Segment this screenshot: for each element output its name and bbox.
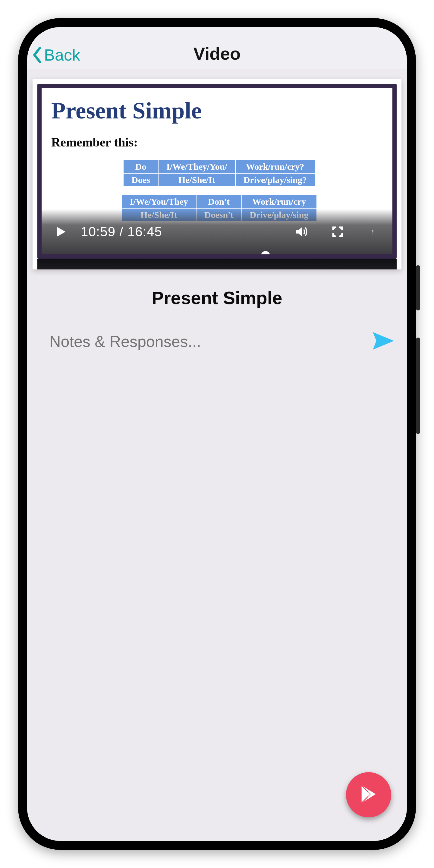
more-button[interactable] bbox=[365, 225, 382, 239]
back-button[interactable]: Back bbox=[31, 45, 80, 64]
fullscreen-button[interactable] bbox=[329, 226, 346, 238]
page-title: Video bbox=[193, 43, 241, 64]
app-screen: Back Video Present Simple Remember this:… bbox=[27, 27, 407, 841]
notes-input[interactable] bbox=[50, 333, 371, 350]
video-progress-done bbox=[55, 254, 266, 257]
notes-row bbox=[33, 330, 401, 353]
svg-point-2 bbox=[373, 233, 373, 234]
slide-heading: Present Simple bbox=[51, 97, 387, 124]
video-slide: Present Simple Remember this: Do I/We/Th… bbox=[41, 88, 393, 222]
video-player[interactable]: Present Simple Remember this: Do I/We/Th… bbox=[37, 84, 397, 258]
play-button[interactable] bbox=[52, 225, 69, 238]
video-progress-bar[interactable] bbox=[55, 254, 379, 257]
send-button[interactable] bbox=[371, 330, 396, 353]
video-scrubber[interactable] bbox=[261, 251, 270, 258]
svg-point-0 bbox=[373, 230, 373, 231]
play-store-fab[interactable] bbox=[346, 772, 391, 817]
table-row: Do I/We/They/You/ Work/run/cry? bbox=[123, 160, 315, 173]
back-label: Back bbox=[44, 45, 80, 64]
video-card: Present Simple Remember this: Do I/We/Th… bbox=[33, 79, 401, 270]
chevron-left-icon bbox=[31, 47, 42, 63]
svg-point-1 bbox=[373, 231, 373, 232]
volume-button[interactable] bbox=[293, 225, 310, 239]
slide-subheading: Remember this: bbox=[51, 135, 387, 150]
send-icon bbox=[373, 332, 394, 351]
table-row: Does He/She/It Drive/play/sing? bbox=[123, 173, 315, 187]
topbar: Back Video bbox=[27, 27, 407, 69]
slide-table-1: Do I/We/They/You/ Work/run/cry? Does He/… bbox=[123, 160, 315, 187]
content: Present Simple Remember this: Do I/We/Th… bbox=[27, 69, 407, 841]
video-stand-shadow bbox=[37, 258, 397, 270]
phone-frame: Back Video Present Simple Remember this:… bbox=[18, 18, 416, 850]
video-controls: 10:59 / 16:45 bbox=[41, 209, 393, 254]
lesson-title: Present Simple bbox=[33, 287, 401, 308]
video-time-display: 10:59 / 16:45 bbox=[81, 224, 162, 239]
table-row: I/We/You/They Don't Work/run/cry bbox=[121, 195, 316, 208]
play-store-icon bbox=[358, 784, 379, 806]
